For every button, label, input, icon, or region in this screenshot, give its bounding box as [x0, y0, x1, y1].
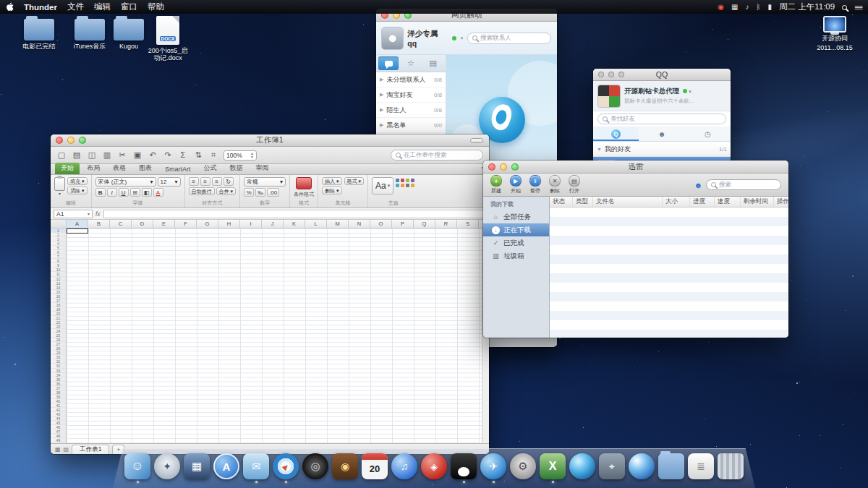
chevron-down-icon[interactable]: ▾ [461, 35, 464, 41]
open-button[interactable]: ▤打开 [569, 175, 580, 194]
fill-button[interactable]: 填充 ▾ [67, 177, 88, 185]
font-color-button[interactable]: A [153, 188, 163, 197]
mission-control-icon[interactable]: ▦ [184, 453, 210, 479]
find-friend-field[interactable]: 查找好友 [597, 114, 726, 124]
desktop-icon-4[interactable]: DOCX200个ios5_启 动记.docx [142, 16, 194, 62]
column-操作[interactable]: 操作 [774, 197, 788, 207]
zoom-button[interactable] [79, 137, 86, 144]
clear-button[interactable]: 清除 ▾ [67, 187, 88, 194]
trash-icon[interactable] [718, 453, 744, 479]
dock-item-itunes[interactable]: ♫ [391, 453, 417, 483]
finder-icon[interactable]: ☺ [124, 453, 150, 479]
ribbon-tab-布局[interactable]: 布局 [81, 163, 106, 174]
number-button-2[interactable]: .00 [267, 188, 279, 197]
theme-gallery-button[interactable]: Aa ▾ [372, 177, 393, 194]
itunes-icon[interactable]: ♫ [391, 453, 417, 479]
browser-sphere-icon[interactable] [629, 453, 655, 479]
status-note[interactable]: 鼠标卡火爆促销中六十余款... [624, 98, 694, 105]
dock-item-earth-app[interactable] [569, 453, 595, 483]
sheet-search-field[interactable]: 在工作表中搜索 [391, 150, 483, 160]
toolbar-toggle-button[interactable] [470, 138, 483, 143]
dock-item-launchpad[interactable]: ✦ [154, 453, 180, 483]
dock-item-thunder[interactable]: ✈ [480, 453, 506, 483]
calendar-icon[interactable]: 20 [362, 453, 388, 479]
column-剩余时间[interactable]: 剩余时间 [741, 197, 774, 207]
download-search-field[interactable]: 搜索 [706, 179, 781, 190]
thunder-icon[interactable]: ✈ [480, 453, 506, 479]
contact-group-row[interactable]: ▼我的好友1/1 [593, 142, 731, 157]
dock-item-photo-booth[interactable]: ◉ [332, 453, 358, 483]
borders-button[interactable]: ⊞ [130, 188, 140, 197]
thunder-window[interactable]: 迅雷 +新建▶开始‖暂停✕删除▤打开 ☻ 搜索 我的下载 ⌂全部任务↓正在下载✓… [483, 160, 788, 338]
column-header-G[interactable]: G [197, 220, 218, 228]
spotlight-icon[interactable] [842, 3, 847, 12]
sheet-tab[interactable]: 工作表1 [72, 445, 109, 454]
number-format-select[interactable]: 常规▾ [244, 177, 286, 187]
align-button-1[interactable]: ≡ [200, 177, 210, 186]
contact-search-field[interactable]: 搜索联系人 [467, 33, 551, 44]
new-workbook-icon[interactable]: ▢ [56, 150, 67, 160]
menu-窗口[interactable]: 窗口 [121, 1, 137, 12]
orientation-button[interactable]: ↻ [224, 177, 234, 186]
user-name[interactable]: 开源刷钻卡总代理 ▾ [624, 87, 694, 96]
qq-list-titlebar[interactable]: QQ [593, 69, 731, 81]
font-name-select[interactable]: 宋体 (正文)▾ [95, 177, 156, 187]
column-header-S[interactable]: S [457, 220, 479, 228]
cut-icon[interactable]: ✂ [117, 150, 127, 160]
account-icon[interactable]: ☻ [694, 181, 702, 189]
column-header-E[interactable]: E [153, 220, 175, 228]
print-icon[interactable]: ▥ [102, 150, 112, 160]
conditional-format-button[interactable] [296, 177, 312, 189]
menu-文件[interactable]: 文件 [67, 1, 84, 12]
minimize-button[interactable] [67, 137, 75, 144]
close-button[interactable] [598, 72, 604, 77]
menu-编辑[interactable]: 编辑 [94, 1, 111, 12]
downloads-folder-icon[interactable] [658, 453, 684, 479]
align-button-2[interactable]: ≡ [212, 177, 222, 186]
column-header-Q[interactable]: Q [414, 220, 435, 228]
excel-titlebar[interactable]: 工作簿1 [51, 134, 489, 147]
contact-group-row[interactable]: ▶陌生人0/8 [376, 103, 446, 118]
copy-icon[interactable]: ▣ [132, 150, 142, 160]
active-app-name[interactable]: Thunder [24, 3, 57, 12]
dock-item-aperture[interactable]: ◎ [302, 453, 328, 483]
satellite-app-icon[interactable]: ⌖ [599, 453, 625, 479]
start-button[interactable]: ▶开始 [510, 175, 522, 194]
menu-clock[interactable]: 周二 上午11:09 [779, 1, 835, 12]
column-大小[interactable]: 大小 [663, 197, 690, 207]
open-icon[interactable]: ▤ [72, 150, 82, 160]
qq-icon[interactable] [451, 453, 477, 479]
name-box[interactable]: A1▾ [54, 210, 93, 218]
font-style-U[interactable]: U [119, 188, 129, 197]
friends-tab[interactable]: ☆ [401, 56, 421, 70]
excel-icon[interactable]: X [540, 453, 566, 479]
ribbon-tab-公式[interactable]: 公式 [198, 163, 223, 174]
column-header-B[interactable]: B [88, 220, 110, 228]
user-name[interactable]: 洋少专属qq [407, 29, 446, 48]
dock-item-app-store[interactable]: A [213, 453, 239, 483]
font-style-I[interactable]: I [107, 188, 117, 197]
ribbon-tab-开始[interactable]: 开始 [55, 163, 80, 174]
thunder-titlebar[interactable]: 迅雷 [483, 160, 788, 174]
pause-button[interactable]: ‖暂停 [529, 175, 541, 194]
column-header-J[interactable]: J [262, 220, 284, 228]
number-button-1[interactable]: ‰ [255, 188, 265, 197]
dock-item-satellite-app[interactable]: ⌖ [599, 453, 625, 483]
mail-icon[interactable]: ✉ [243, 453, 269, 479]
safari-icon[interactable]: ▲ [273, 453, 299, 479]
view-page-icon[interactable]: ▤ [64, 445, 69, 454]
font-style-B[interactable]: B [95, 188, 106, 197]
sidebar-item-正在下载[interactable]: ↓正在下载 [483, 223, 549, 236]
ribbon-tab-表格[interactable]: 表格 [107, 163, 132, 174]
ribbon-tab-图表[interactable]: 图表 [133, 163, 158, 174]
photo-booth-icon[interactable]: ◉ [332, 453, 358, 479]
sidebar-item-垃圾箱[interactable]: ▥垃圾箱 [483, 249, 549, 262]
sound-icon[interactable]: ♪ [746, 3, 749, 11]
system-preferences-icon[interactable]: ⚙ [510, 453, 536, 479]
column-header-K[interactable]: K [284, 220, 305, 228]
contact-group-row[interactable]: ▶未分组联系人0/8 [376, 72, 446, 87]
aperture-icon[interactable]: ◎ [302, 453, 328, 479]
column-header-F[interactable]: F [175, 220, 197, 228]
column-header-P[interactable]: P [392, 220, 414, 228]
battery-icon[interactable]: ▮ [768, 3, 773, 11]
